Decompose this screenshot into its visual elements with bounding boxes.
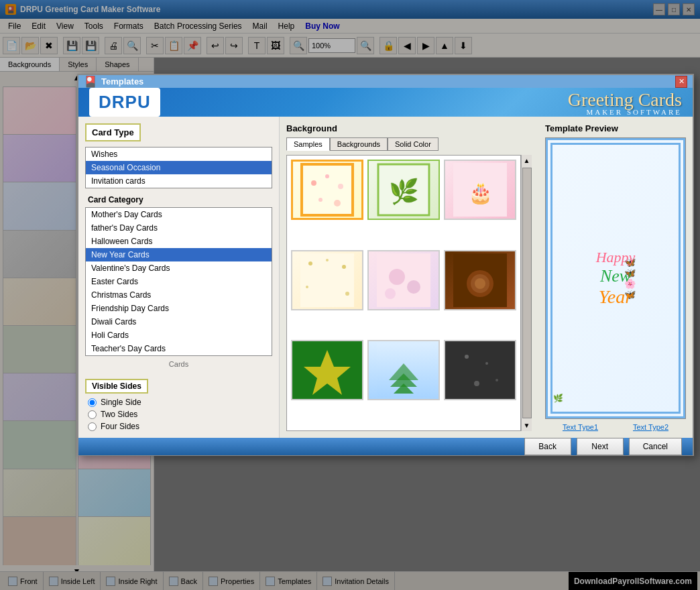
svg-text:🌿: 🌿: [389, 177, 419, 206]
bg-sample-7[interactable]: [291, 340, 363, 400]
svg-point-14: [326, 259, 329, 261]
tab-samples[interactable]: Samples: [286, 137, 330, 151]
svg-point-2: [311, 180, 316, 186]
radio-two-sides-input[interactable]: [88, 410, 97, 419]
templates-dialog: 🎴 Templates ✕ DRPU Greeting Cards MAKER …: [77, 74, 694, 456]
single-side-label: Single Side: [101, 398, 141, 407]
svg-point-17: [345, 292, 349, 296]
category-fathers-day[interactable]: father's Day Cards: [86, 221, 272, 235]
dialog-middle-panel: Background Samples Backgrounds Solid Col…: [280, 117, 538, 438]
svg-point-4: [338, 184, 343, 189]
dialog-right-panel: Template Preview Happy New Year 🦋 🦋 🌸: [538, 117, 693, 438]
svg-point-36: [495, 379, 498, 381]
radio-single-side[interactable]: Single Side: [88, 398, 270, 407]
card-type-wishes[interactable]: Wishes: [86, 148, 272, 161]
bg-sample-3[interactable]: 🎂: [444, 160, 516, 220]
visible-sides-section: Visible Sides Single Side Two Sides Four…: [85, 372, 272, 431]
dialog-close-button[interactable]: ✕: [675, 76, 687, 88]
tab-solid-color[interactable]: Solid Color: [388, 137, 439, 151]
card-types-list: Wishes Seasonal Occasion Invitation card…: [85, 147, 272, 188]
tab-backgrounds[interactable]: Backgrounds: [330, 137, 388, 151]
category-friendship-day[interactable]: Friendship Day Cards: [86, 302, 272, 315]
svg-point-21: [385, 288, 396, 299]
bg-sample-6-svg: [453, 253, 507, 307]
card-type-invitation[interactable]: Invitation cards: [86, 174, 272, 188]
bg-sample-9[interactable]: [444, 340, 516, 400]
visible-sides-label: Visible Sides: [85, 379, 148, 394]
dialog-left-panel: Card Type Wishes Seasonal Occasion Invit…: [78, 117, 280, 438]
bg-sample-4-svg: [300, 253, 354, 307]
dialog-body: Card Type Wishes Seasonal Occasion Invit…: [78, 117, 693, 438]
card-category-label: Card Category: [88, 195, 272, 204]
cancel-button[interactable]: Cancel: [629, 438, 682, 455]
svg-point-6: [334, 200, 341, 206]
radio-two-sides[interactable]: Two Sides: [88, 410, 270, 419]
svg-point-25: [475, 278, 485, 289]
visible-sides-radio-group: Single Side Two Sides Four Sides: [85, 398, 272, 431]
svg-rect-0: [300, 163, 354, 217]
svg-rect-32: [453, 343, 507, 397]
card-category-list: Mother's Day Cards father's Day Cards Ha…: [85, 207, 272, 356]
two-sides-label: Two Sides: [101, 410, 137, 419]
bg-sample-2-svg: 🌿: [377, 163, 430, 217]
category-halloween[interactable]: Halloween Cards: [86, 235, 272, 248]
bg-sample-1[interactable]: [291, 160, 363, 220]
back-button[interactable]: Back: [524, 438, 571, 455]
brand-main-text: Greeting Cards: [568, 89, 682, 111]
bg-sample-4[interactable]: [291, 250, 363, 310]
svg-point-13: [308, 261, 312, 266]
svg-point-33: [465, 355, 469, 359]
dialog-title-icon: 🎴: [84, 75, 97, 88]
card-happy: Happy: [596, 249, 636, 266]
background-label: Background: [286, 123, 532, 133]
bg-sample-1-svg: [300, 163, 354, 217]
bg-sample-8[interactable]: [367, 340, 440, 400]
category-new-year[interactable]: New Year Cards: [86, 248, 272, 261]
bg-sample-2[interactable]: 🌿: [367, 160, 440, 220]
dialog-header: DRPU Greeting Cards MAKER SOFTWARE: [78, 88, 693, 117]
text-type2-link[interactable]: Text Type2: [633, 423, 668, 431]
card-branch: 🌿: [553, 394, 563, 403]
scroll-up-btn[interactable]: ▲: [522, 155, 532, 166]
card-new: New: [596, 266, 636, 286]
preview-label: Template Preview: [545, 123, 686, 133]
svg-point-5: [318, 198, 323, 202]
card-category-section: Card Category Mother's Day Cards father'…: [85, 195, 272, 368]
svg-point-16: [306, 286, 308, 288]
radio-four-sides-input[interactable]: [88, 422, 97, 431]
radio-single-side-input[interactable]: [88, 398, 97, 407]
radio-four-sides[interactable]: Four Sides: [88, 422, 270, 431]
category-mothers-day[interactable]: Mother's Day Cards: [86, 208, 272, 221]
dialog-title: Templates: [101, 76, 143, 86]
card-category-col: Card Category Mother's Day Cards father'…: [85, 195, 272, 368]
cards-label: Cards: [85, 360, 272, 368]
bg-sample-9-svg: [453, 343, 507, 397]
dialog-footer: Back Next Cancel: [78, 438, 693, 455]
scroll-down-btn[interactable]: ▼: [522, 420, 532, 431]
card-type-seasonal[interactable]: Seasonal Occasion: [86, 161, 272, 174]
svg-point-3: [325, 174, 329, 178]
category-holi[interactable]: Holi Cards: [86, 329, 272, 342]
card-type-label: Card Type: [85, 123, 141, 141]
svg-point-20: [407, 280, 420, 294]
category-easter[interactable]: Easter Cards: [86, 275, 272, 288]
category-christmas[interactable]: Christmas Cards: [86, 288, 272, 302]
dialog-titlebar: 🎴 Templates ✕: [78, 75, 693, 88]
category-teachers-day[interactable]: Teacher's Day Cards: [86, 342, 272, 355]
category-valentines-day[interactable]: Valentine's Day Cards: [86, 261, 272, 275]
bg-sample-6[interactable]: [444, 250, 516, 310]
bg-sample-5[interactable]: [367, 250, 440, 310]
category-diwali[interactable]: Diwali Cards: [86, 315, 272, 329]
scroll-thumb[interactable]: [522, 168, 532, 418]
bg-sample-8-svg: [377, 343, 430, 397]
svg-point-15: [342, 265, 346, 269]
background-samples-grid: 🌿 🎂: [286, 155, 521, 431]
text-type1-link[interactable]: Text Type1: [563, 423, 598, 431]
svg-point-35: [474, 381, 479, 386]
four-sides-label: Four Sides: [101, 422, 139, 431]
background-tabs: Samples Backgrounds Solid Color: [286, 137, 532, 151]
next-button[interactable]: Next: [577, 438, 624, 455]
bg-scrollbar[interactable]: ▲ ▼: [521, 155, 532, 431]
bg-sample-7-svg: [300, 343, 354, 397]
preview-box: Happy New Year 🦋 🦋 🌸 🦋 🌿: [545, 137, 686, 419]
